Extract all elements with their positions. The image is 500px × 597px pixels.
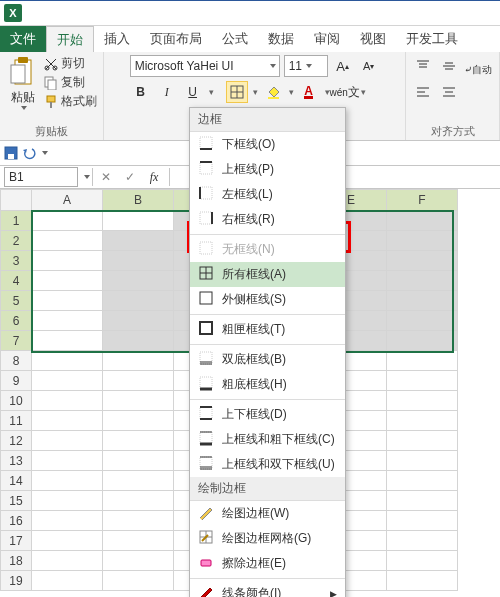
cell-F10[interactable] [387,391,458,411]
cell-B5[interactable] [103,291,174,311]
chevron-down-icon[interactable]: ▾ [209,87,214,97]
cell-B15[interactable] [103,491,174,511]
cell-A7[interactable] [32,331,103,351]
cell-A14[interactable] [32,471,103,491]
row-header-7[interactable]: 7 [1,331,32,351]
menu-item-drawgrid[interactable]: 绘图边框网格(G) [190,526,345,551]
font-color-button[interactable]: A [298,81,320,103]
row-header-17[interactable]: 17 [1,531,32,551]
cell-F3[interactable] [387,251,458,271]
tab-insert[interactable]: 插入 [94,26,140,52]
cell-F19[interactable] [387,571,458,591]
tab-dev[interactable]: 开发工具 [396,26,468,52]
cell-A2[interactable] [32,231,103,251]
cell-A10[interactable] [32,391,103,411]
tab-formula[interactable]: 公式 [212,26,258,52]
cell-A19[interactable] [32,571,103,591]
col-header-F[interactable]: F [387,190,458,211]
undo-icon[interactable] [22,146,36,160]
name-box[interactable]: B1 [4,167,78,187]
row-header-19[interactable]: 19 [1,571,32,591]
copy-button[interactable]: 复制 [44,74,97,91]
row-header-15[interactable]: 15 [1,491,32,511]
align-middle-button[interactable] [438,55,460,77]
menu-item-left[interactable]: 左框线(L) [190,182,345,207]
fx-icon[interactable]: fx [143,166,165,188]
cell-F12[interactable] [387,431,458,451]
cell-B9[interactable] [103,371,174,391]
row-header-2[interactable]: 2 [1,231,32,251]
font-size-select[interactable]: 11 [284,55,328,77]
row-header-10[interactable]: 10 [1,391,32,411]
cell-F13[interactable] [387,451,458,471]
cell-B12[interactable] [103,431,174,451]
row-header-13[interactable]: 13 [1,451,32,471]
row-header-4[interactable]: 4 [1,271,32,291]
cell-A8[interactable] [32,351,103,371]
menu-item-right[interactable]: 右框线(R) [190,207,345,232]
cell-A18[interactable] [32,551,103,571]
cell-A3[interactable] [32,251,103,271]
cell-F5[interactable] [387,291,458,311]
row-header-3[interactable]: 3 [1,251,32,271]
tab-review[interactable]: 审阅 [304,26,350,52]
row-header-12[interactable]: 12 [1,431,32,451]
bold-button[interactable]: B [130,81,152,103]
chevron-down-icon[interactable]: ▾ [289,87,294,97]
row-header-16[interactable]: 16 [1,511,32,531]
cell-A1[interactable] [32,211,103,231]
cell-B10[interactable] [103,391,174,411]
tab-view[interactable]: 视图 [350,26,396,52]
menu-item-thick[interactable]: 粗匣框线(T) [190,317,345,342]
cut-button[interactable]: 剪切 [44,55,97,72]
cell-A6[interactable] [32,311,103,331]
align-left-button[interactable] [412,81,434,103]
cell-A5[interactable] [32,291,103,311]
cell-B18[interactable] [103,551,174,571]
cell-A12[interactable] [32,431,103,451]
menu-item-outside[interactable]: 外侧框线(S) [190,287,345,312]
menu-item-all[interactable]: 所有框线(A) [190,262,345,287]
cell-B19[interactable] [103,571,174,591]
tab-data[interactable]: 数据 [258,26,304,52]
format-painter-button[interactable]: 格式刷 [44,93,97,110]
align-top-button[interactable] [412,55,434,77]
tab-layout[interactable]: 页面布局 [140,26,212,52]
select-all-corner[interactable] [1,190,32,211]
cell-A11[interactable] [32,411,103,431]
cell-F17[interactable] [387,531,458,551]
chevron-down-icon[interactable] [42,151,48,155]
save-icon[interactable] [4,146,18,160]
align-center-button[interactable] [438,81,460,103]
row-header-9[interactable]: 9 [1,371,32,391]
fill-color-button[interactable] [262,81,284,103]
chevron-down-icon[interactable]: ▾ [361,87,366,97]
decrease-font-button[interactable]: A▾ [358,55,380,77]
row-header-14[interactable]: 14 [1,471,32,491]
row-header-5[interactable]: 5 [1,291,32,311]
cell-B6[interactable] [103,311,174,331]
row-header-6[interactable]: 6 [1,311,32,331]
cell-B8[interactable] [103,351,174,371]
cell-B17[interactable] [103,531,174,551]
tab-home[interactable]: 开始 [46,26,94,52]
cell-B14[interactable] [103,471,174,491]
menu-item-erase[interactable]: 擦除边框(E) [190,551,345,576]
chevron-down-icon[interactable] [84,175,90,179]
cell-F18[interactable] [387,551,458,571]
cell-F4[interactable] [387,271,458,291]
cell-F2[interactable] [387,231,458,251]
cell-A17[interactable] [32,531,103,551]
menu-item-topdblbottom[interactable]: 上框线和双下框线(U) [190,452,345,477]
cell-B3[interactable] [103,251,174,271]
cell-B4[interactable] [103,271,174,291]
phonetic-button[interactable]: wén文 [334,81,356,103]
underline-button[interactable]: U [182,81,204,103]
italic-button[interactable]: I [156,81,178,103]
cell-B2[interactable] [103,231,174,251]
paste-button[interactable]: 粘贴 [6,55,40,112]
menu-item-thickbottom[interactable]: 粗底框线(H) [190,372,345,397]
cell-F9[interactable] [387,371,458,391]
cell-F15[interactable] [387,491,458,511]
cell-A13[interactable] [32,451,103,471]
